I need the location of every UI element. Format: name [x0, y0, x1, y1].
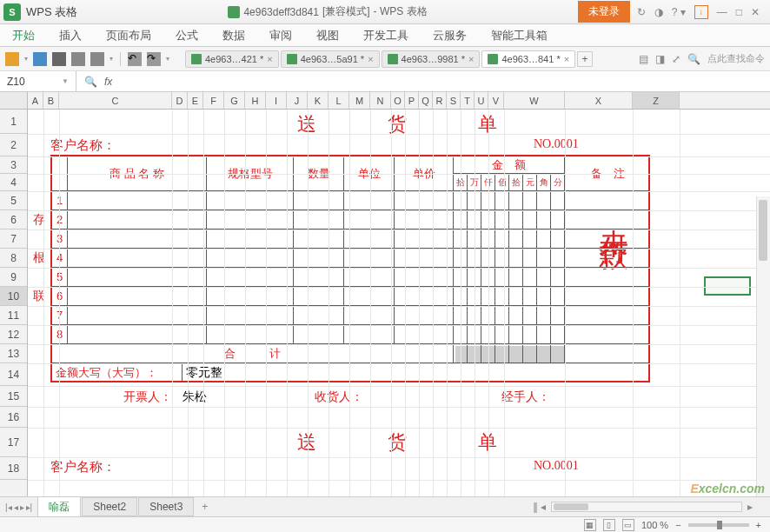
row-number[interactable]: 3: [52, 229, 68, 249]
save-icon[interactable]: [33, 52, 47, 66]
new-tab-button[interactable]: +: [577, 51, 593, 67]
menu-insert[interactable]: 插入: [47, 28, 94, 43]
column-header[interactable]: C: [59, 92, 172, 109]
row-header[interactable]: 6: [0, 210, 27, 229]
column-header[interactable]: S: [447, 92, 461, 109]
zoom-out-button[interactable]: −: [675, 520, 680, 530]
menu-dev[interactable]: 开发工具: [351, 28, 421, 43]
sheet-nav-first[interactable]: |◂: [5, 502, 12, 512]
column-header[interactable]: O: [391, 92, 405, 109]
menu-layout[interactable]: 页面布局: [94, 28, 163, 43]
help-icon[interactable]: ? ▾: [672, 6, 686, 18]
column-header[interactable]: D: [172, 92, 188, 109]
row-header[interactable]: 12: [0, 325, 27, 344]
column-header[interactable]: I: [266, 92, 287, 109]
add-sheet-button[interactable]: +: [195, 498, 215, 515]
row-header[interactable]: 13: [0, 344, 27, 363]
column-header[interactable]: G: [224, 92, 245, 109]
menu-smart[interactable]: 智能工具箱: [479, 28, 560, 43]
column-header[interactable]: Z: [633, 92, 680, 109]
menu-formula[interactable]: 公式: [163, 28, 210, 43]
collapse-icon[interactable]: ⤢: [672, 53, 680, 65]
row-header[interactable]: 14: [0, 363, 27, 386]
column-header[interactable]: U: [475, 92, 488, 109]
row-number[interactable]: 8: [52, 325, 68, 344]
column-header[interactable]: M: [349, 92, 370, 109]
tab-close-icon[interactable]: ×: [468, 54, 474, 64]
preview-icon[interactable]: [71, 52, 85, 66]
vertical-scrollbar[interactable]: [756, 196, 770, 517]
row-header[interactable]: 18: [0, 457, 27, 480]
column-header[interactable]: V: [488, 92, 504, 109]
redo-button[interactable]: ↷: [147, 52, 161, 66]
file-tab[interactable]: 4e963…9981 *×: [382, 50, 481, 68]
column-header[interactable]: W: [504, 92, 565, 109]
column-header[interactable]: J: [287, 92, 308, 109]
tab-close-icon[interactable]: ×: [267, 54, 272, 64]
minimize-button[interactable]: —: [717, 6, 727, 18]
maximize-button[interactable]: □: [736, 6, 742, 18]
column-header[interactable]: K: [308, 92, 329, 109]
row-header[interactable]: 5: [0, 191, 27, 210]
column-header[interactable]: N: [370, 92, 391, 109]
column-header[interactable]: R: [433, 92, 447, 109]
zoom-level[interactable]: 100 %: [641, 520, 668, 530]
row-number[interactable]: 5: [52, 268, 68, 287]
row-header[interactable]: 1: [0, 110, 27, 134]
zoom-in-button[interactable]: +: [756, 520, 761, 530]
menu-start[interactable]: 开始: [0, 28, 47, 43]
view-page-icon[interactable]: ▯: [603, 519, 615, 531]
file-tab[interactable]: 4e963…421 *×: [185, 50, 279, 68]
horizontal-scrollbar[interactable]: [551, 502, 742, 512]
tab-close-icon[interactable]: ×: [368, 54, 373, 64]
column-header[interactable]: Q: [419, 92, 433, 109]
zoom-slider[interactable]: [688, 523, 749, 527]
view-break-icon[interactable]: ▭: [622, 519, 634, 531]
menu-view[interactable]: 视图: [304, 28, 351, 43]
column-header[interactable]: A: [28, 92, 43, 109]
row-number[interactable]: 2: [52, 210, 68, 229]
menu-data[interactable]: 数据: [210, 28, 257, 43]
window-split-icon[interactable]: ◨: [655, 53, 665, 65]
view-normal-icon[interactable]: ▦: [584, 519, 596, 531]
row-header[interactable]: 8: [0, 249, 27, 268]
menu-review[interactable]: 审阅: [257, 28, 304, 43]
sheet-nav-prev[interactable]: ◂: [14, 502, 18, 512]
row-header[interactable]: 15: [0, 386, 27, 407]
row-number[interactable]: 1: [52, 191, 68, 210]
tab-close-icon[interactable]: ×: [564, 54, 569, 64]
row-header[interactable]: 16: [0, 407, 27, 428]
select-all-corner[interactable]: [0, 92, 28, 109]
close-button[interactable]: ✕: [751, 6, 760, 18]
undo-button[interactable]: ↶: [128, 52, 142, 66]
tab-list-icon[interactable]: ▤: [639, 53, 648, 65]
file-tab[interactable]: 4e963…5a91 *×: [281, 50, 380, 68]
column-header[interactable]: X: [565, 92, 633, 109]
open-icon[interactable]: [5, 52, 19, 66]
column-header[interactable]: H: [245, 92, 266, 109]
row-header[interactable]: 2: [0, 134, 27, 156]
name-box[interactable]: Z10▼: [0, 71, 76, 91]
column-header[interactable]: P: [405, 92, 419, 109]
column-header[interactable]: F: [203, 92, 224, 109]
row-header[interactable]: 9: [0, 268, 27, 287]
spreadsheet-grid[interactable]: ABCDEFGHIJKLMNOPQRSTUVWXZ 12345678910111…: [0, 92, 770, 517]
sheet-nav-last[interactable]: ▸|: [26, 502, 33, 512]
row-header[interactable]: 10: [0, 287, 27, 306]
row-number[interactable]: 6: [52, 287, 68, 306]
sheet-tab[interactable]: Sheet2: [82, 497, 137, 516]
sheet-nav-next[interactable]: ▸: [20, 502, 24, 512]
column-header[interactable]: B: [43, 92, 59, 109]
search-icon[interactable]: 🔍: [687, 53, 700, 65]
row-header[interactable]: 4: [0, 174, 27, 191]
cancel-icon[interactable]: 🔍: [83, 76, 97, 88]
cell-area[interactable]: 送 货 单 客户名称： NO.0001 商 品 名 称 规格型号 数量 单位 单…: [28, 110, 770, 517]
row-header[interactable]: 7: [0, 229, 27, 249]
file-tab-active[interactable]: 4e963…841 *×: [481, 50, 575, 68]
row-header[interactable]: 3: [0, 156, 27, 174]
sync-icon[interactable]: ↻: [637, 6, 646, 18]
row-number[interactable]: 4: [52, 249, 68, 268]
row-header[interactable]: 17: [0, 428, 27, 457]
sheet-tab[interactable]: Sheet3: [138, 497, 194, 516]
menu-cloud[interactable]: 云服务: [421, 28, 479, 43]
